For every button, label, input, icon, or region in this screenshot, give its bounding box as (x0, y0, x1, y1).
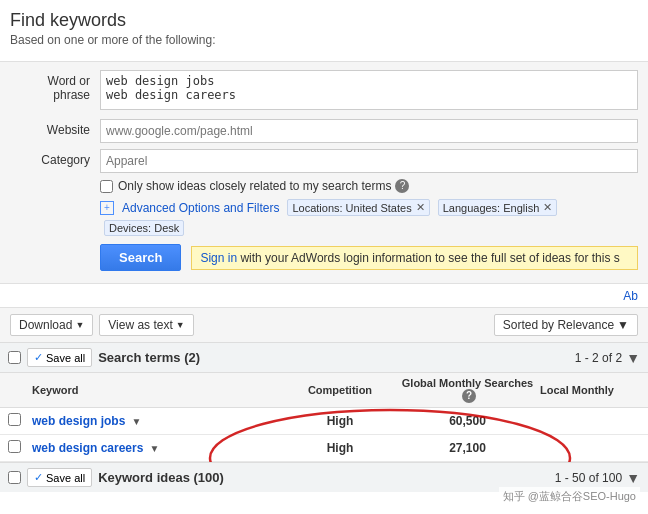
row2-competition: High (285, 441, 395, 455)
filter-location-label: Locations: United States (292, 202, 411, 214)
expand-icon[interactable]: + (100, 201, 114, 215)
row1-checkbox[interactable] (8, 413, 21, 426)
save-all-button[interactable]: ✓ Save all (27, 348, 92, 367)
col-global-header: Global Monthly Searches ? (395, 377, 540, 403)
category-label: Category (10, 149, 100, 167)
sign-in-notice: Sign in with your AdWords login informat… (191, 246, 638, 270)
keyword-ideas-nav-icon[interactable]: ▼ (626, 470, 640, 486)
global-help-icon[interactable]: ? (462, 389, 476, 403)
category-input[interactable] (100, 149, 638, 173)
page-subtitle: Based on one or more of the following: (10, 33, 638, 47)
keyword-ideas-save-all-button[interactable]: ✓ Save all (27, 468, 92, 487)
keyword-checkmark-icon: ✓ (34, 471, 43, 484)
row2-keyword: web design careers ▼ (32, 441, 285, 455)
filter-location-remove[interactable]: ✕ (416, 201, 425, 214)
filter-devices-label: Devices: Desk (109, 222, 179, 234)
ab-link[interactable]: Ab (623, 289, 638, 303)
row1-competition: High (285, 414, 395, 428)
view-as-text-button[interactable]: View as text ▼ (99, 314, 193, 336)
ab-link-row: Ab (0, 284, 648, 308)
row1-check (8, 413, 32, 429)
download-caret-icon: ▼ (75, 320, 84, 330)
header-section: Find keywords Based on one or more of th… (0, 0, 648, 62)
checkmark-icon: ✓ (34, 351, 43, 364)
category-input-area (100, 149, 638, 173)
table-row: web design jobs ▼ High 60,500 (0, 408, 648, 435)
filter-location-tag: Locations: United States ✕ (287, 199, 429, 216)
row2-keyword-arrow-icon: ▼ (149, 443, 159, 454)
search-terms-title: Search terms (2) (98, 350, 200, 365)
keyword-ideas-checkbox[interactable] (8, 471, 21, 484)
sorted-caret-icon: ▼ (617, 318, 629, 332)
row1-global: 60,500 (395, 414, 540, 428)
download-button[interactable]: Download ▼ (10, 314, 93, 336)
watermark: 知乎 @蓝鲸合谷SEO-Hugo (499, 487, 640, 506)
keyword-ideas-title: Keyword ideas (100) (98, 470, 224, 485)
view-as-text-label: View as text (108, 318, 172, 332)
filter-language-tag: Languages: English ✕ (438, 199, 558, 216)
row1-keyword-arrow-icon: ▼ (131, 416, 141, 427)
website-input-area (100, 119, 638, 143)
row2-keyword-link[interactable]: web design careers (32, 441, 143, 455)
keyword-ideas-count: 1 - 50 of 100 (555, 471, 622, 485)
advanced-row: + Advanced Options and Filters Locations… (100, 199, 638, 236)
help-icon[interactable]: ? (395, 179, 409, 193)
word-phrase-input-area: web design jobs web design careers (100, 70, 638, 113)
sign-in-link[interactable]: Sign in (200, 251, 237, 265)
website-row: Website (10, 119, 638, 143)
word-phrase-input[interactable]: web design jobs web design careers (100, 70, 638, 110)
column-headers: Keyword Competition Global Monthly Searc… (0, 373, 648, 408)
filter-language-label: Languages: English (443, 202, 540, 214)
advanced-options-link[interactable]: Advanced Options and Filters (122, 201, 279, 215)
sorted-by-label: Sorted by Relevance (503, 318, 614, 332)
related-ideas-checkbox[interactable] (100, 180, 113, 193)
toolbar: Download ▼ View as text ▼ Sorted by Rele… (0, 308, 648, 343)
row1-keyword-link[interactable]: web design jobs (32, 414, 125, 428)
col-competition-header: Competition (285, 384, 395, 396)
row2-check (8, 440, 32, 456)
download-label: Download (19, 318, 72, 332)
word-phrase-row: Word or phrase web design jobs web desig… (10, 70, 638, 113)
sorted-by-dropdown[interactable]: Sorted by Relevance ▼ (494, 314, 638, 336)
search-row: Search Sign in with your AdWords login i… (100, 244, 638, 271)
table-row: web design careers ▼ High 27,100 (0, 435, 648, 462)
row2-global: 27,100 (395, 441, 540, 455)
search-terms-count: 1 - 2 of 2 (575, 351, 622, 365)
rows-wrapper: web design jobs ▼ High 60,500 web design… (0, 408, 648, 462)
category-row: Category (10, 149, 638, 173)
form-section: Word or phrase web design jobs web desig… (0, 62, 648, 284)
website-label: Website (10, 119, 100, 137)
page-title: Find keywords (10, 10, 638, 31)
website-input[interactable] (100, 119, 638, 143)
word-phrase-label: Word or phrase (10, 70, 100, 102)
search-terms-header: ✓ Save all Search terms (2) 1 - 2 of 2 ▼ (0, 343, 648, 373)
sign-in-text: with your AdWords login information to s… (240, 251, 619, 265)
row2-checkbox[interactable] (8, 440, 21, 453)
filter-language-remove[interactable]: ✕ (543, 201, 552, 214)
search-terms-checkbox[interactable] (8, 351, 21, 364)
row1-keyword: web design jobs ▼ (32, 414, 285, 428)
nav-icon[interactable]: ▼ (626, 350, 640, 366)
page-wrapper: Find keywords Based on one or more of th… (0, 0, 648, 514)
save-all-label: Save all (46, 352, 85, 364)
col-local-header: Local Monthly (540, 384, 640, 396)
view-caret-icon: ▼ (176, 320, 185, 330)
filter-devices-tag: Devices: Desk (104, 220, 184, 236)
col-keyword-header: Keyword (32, 384, 285, 396)
keyword-save-all-label: Save all (46, 472, 85, 484)
search-button[interactable]: Search (100, 244, 181, 271)
checkbox-label: Only show ideas closely related to my se… (118, 179, 391, 193)
checkbox-row: Only show ideas closely related to my se… (100, 179, 638, 193)
